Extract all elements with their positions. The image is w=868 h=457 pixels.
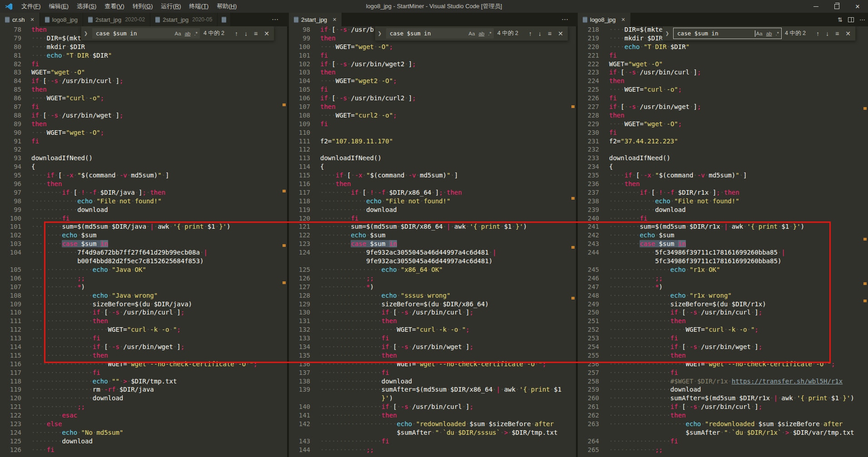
code-line[interactable]: 104····WGET="wget2·-O"; [289,77,576,85]
code-line-wrap[interactable]: }') [289,394,576,403]
line-number[interactable]: 112 [289,145,310,154]
line-number[interactable]: 110 [0,308,21,317]
line-number[interactable]: 124 [0,428,21,437]
line-number[interactable]: 250 [578,308,599,317]
previous-match-button[interactable]: ↑ [233,30,239,37]
line-number[interactable]: 98 [0,197,21,206]
code-line[interactable]: 111f2="107.189.11.170" [289,137,576,146]
close-find-button[interactable]: ✕ [556,30,565,37]
minimize-button[interactable] [805,0,826,13]
code-line[interactable]: 132····················WGET="curl·-k·-o·… [289,325,576,334]
line-number[interactable]: 102 [0,231,21,240]
line-number[interactable]: 140 [289,403,310,411]
line-number[interactable]: 106 [289,94,310,103]
line-number[interactable]: 91 [0,137,21,146]
line-number[interactable]: 94 [0,162,21,171]
line-number[interactable]: 126 [289,274,310,283]
code-line[interactable]: 126····fi [0,446,287,454]
line-number[interactable]: 252 [578,325,599,334]
line-number[interactable]: 126 [0,446,21,454]
code-line[interactable]: 143················fi [289,437,576,446]
close-find-button[interactable]: ✕ [263,30,271,37]
use-regex-icon[interactable]: .* [775,31,779,36]
line-number[interactable]: 221 [578,51,599,60]
line-number[interactable]: 137 [289,369,310,377]
next-match-button[interactable]: ↓ [243,30,249,37]
code-line[interactable]: 250················if·[·-s·/usr/bin/curl… [578,308,868,317]
line-number[interactable]: 222 [578,60,599,69]
code-line[interactable]: 109················sizeBefore=$(du·$DIR/… [0,300,287,309]
code-line-wrap[interactable]: 5fc34986f39711c178161699260bba85) [578,257,868,265]
code-line[interactable]: 232 [578,145,868,154]
more-actions-icon[interactable]: ⋯ [561,13,569,26]
more-actions-icon[interactable]: ⋯ [859,16,865,23]
tab-2start_jpg[interactable]: 2start_jpg✕ [289,13,342,26]
line-number[interactable]: 102 [289,60,310,69]
code-line[interactable]: 238············echo·"File·not·found!" [578,197,868,206]
code-line[interactable]: 86····WGET="curl·-o"; [0,94,287,103]
line-number[interactable]: 120 [289,214,310,223]
code-line[interactable]: 246············;; [578,274,868,283]
code-line[interactable]: 91fi [0,137,287,146]
code-line[interactable]: 256····················WGET="wget·--no-c… [578,360,868,369]
line-number[interactable]: 115 [289,171,310,180]
line-number[interactable]: 233 [578,154,599,162]
line-number[interactable]: 97 [0,188,21,197]
line-number[interactable]: 110 [289,128,310,137]
code-line[interactable]: 260················sumAfter=$(md5sum·$DI… [578,394,868,403]
code-line[interactable]: 243········case·$sum·in [578,240,868,248]
line-number[interactable]: 131 [289,317,310,325]
close-find-button[interactable]: ✕ [844,30,852,37]
line-number[interactable]: 82 [0,60,21,69]
code-line[interactable]: 121············;; [0,403,287,411]
code-line[interactable]: 113downloadIfNeed() [289,154,576,162]
more-actions-icon[interactable]: ⋯ [272,13,279,26]
code-line[interactable]: 140················if·[·-s·/usr/bin/curl… [289,403,576,411]
code-line-wrap[interactable]: 9fe932ac3055045a46d44997a4c6d481) [289,257,576,265]
code-line[interactable]: 106············;; [0,274,287,283]
code-line[interactable]: 85then [0,85,287,94]
code-line[interactable]: 222WGET="wget·-O" [578,60,868,69]
line-number[interactable]: 78 [0,26,21,34]
match-case-icon[interactable]: Aa [756,31,763,36]
line-number[interactable]: 104 [289,77,310,85]
code-line[interactable]: 87fi [0,103,287,111]
code-line[interactable]: 264················fi [578,437,868,446]
line-number[interactable]: 243 [578,240,599,248]
code-line[interactable]: 112····················WGET="curl·-k·-o·… [0,325,287,334]
line-number[interactable]: 98 [289,26,310,34]
line-number[interactable]: 129 [289,300,310,309]
code-line[interactable]: 122········echo·$sum [289,231,576,240]
code-line[interactable]: 123········case·$sum·in [289,240,576,248]
compare-editors-icon[interactable]: ⇅ [838,16,843,23]
code-line[interactable]: 102if·[·-s·/usr/bin/wget2·]; [289,60,576,69]
line-number[interactable]: 81 [0,51,21,60]
line-number[interactable]: 139 [289,385,310,394]
line-number[interactable]: 93 [0,154,21,162]
code-line[interactable]: 105fi [289,85,576,94]
line-number[interactable]: 256 [578,360,599,369]
line-number[interactable]: 114 [0,343,21,351]
tab-2start_jpg[interactable]: 2start_jpg2020-02 [83,13,150,26]
line-number[interactable]: 239 [578,206,599,214]
code-line[interactable]: 125········download [0,437,287,446]
line-number[interactable]: 104 [0,248,21,257]
line-number[interactable]: 109 [289,120,310,128]
tab-stub[interactable] [218,13,231,26]
line-number[interactable]: 258 [578,377,599,386]
tab-2start_jpg[interactable]: 2start_jpg2020-05 [150,13,218,26]
code-line[interactable]: 115····if·[·-x·"$(command·-v·md5sum)"·] [289,171,576,180]
code-line[interactable]: 244············5fc34986f39711c1781616992… [578,248,868,257]
find-in-selection-button[interactable]: ≡ [546,30,553,37]
line-number[interactable]: 251 [578,317,599,325]
restore-button[interactable] [826,0,847,13]
line-number[interactable]: 92 [0,145,21,154]
line-number[interactable]: 117 [0,369,21,377]
code-line[interactable]: 118················echo·""·>·$DIR/tmp.tx… [0,377,287,386]
code-line[interactable]: 228then [578,111,868,120]
line-number[interactable]: 138 [289,377,310,386]
line-number[interactable]: 90 [0,128,21,137]
line-number[interactable]: 240 [578,214,599,223]
line-number[interactable]: 234 [578,162,599,171]
line-number[interactable]: 119 [289,206,310,214]
